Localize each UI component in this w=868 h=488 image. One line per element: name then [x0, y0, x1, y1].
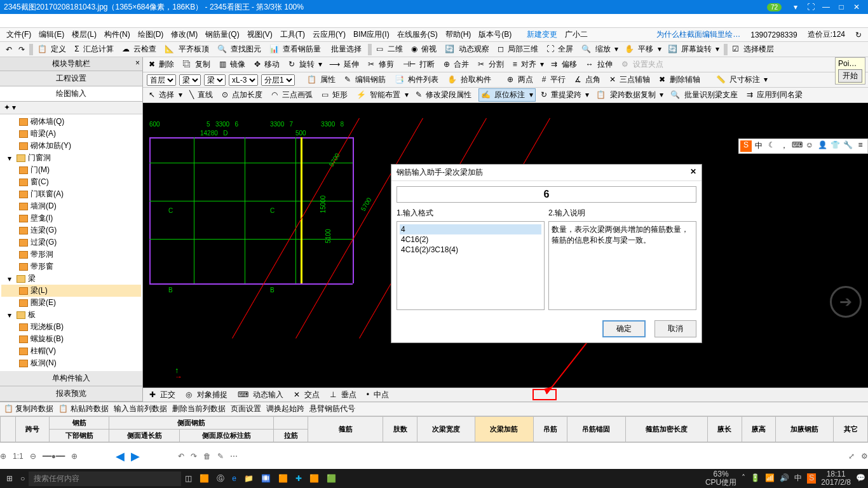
dyn-input-toggle[interactable]: ⌨ 动态输入: [235, 389, 288, 401]
menu-view[interactable]: 视图(V): [245, 28, 275, 41]
delete-btn[interactable]: ✖ 删除: [147, 58, 178, 71]
menu-version[interactable]: 版本号(B): [476, 28, 514, 41]
mod-seg-btn[interactable]: ✎ 修改梁段属性: [414, 89, 475, 101]
next-image-arrow[interactable]: ➔: [830, 286, 862, 318]
sel-cat[interactable]: 梁: [179, 74, 201, 86]
col-dense-len[interactable]: 箍筋加密长度: [625, 417, 707, 442]
apply-same-btn[interactable]: ⇉ 应用到同名梁: [745, 89, 806, 101]
edit-rebar-btn[interactable]: ✎ 编辑钢筋: [342, 74, 389, 86]
menu-bim[interactable]: BIM应用(I): [351, 28, 392, 41]
batch-sel-btn[interactable]: 批量选择: [327, 43, 365, 55]
col-hang-anchor[interactable]: 吊筋锚固: [567, 417, 625, 442]
delete-icon[interactable]: 🗑: [203, 452, 211, 461]
col-span[interactable]: 跨号: [16, 417, 50, 442]
app-icon[interactable]: 🟧: [196, 474, 213, 483]
format-option[interactable]: 4C16(2)/3C18(4): [400, 245, 541, 255]
component-tree[interactable]: 砌体墙(Q) 暗梁(A) 砌体加筋(Y) ▾门窗洞 门(M) 窗(C) 门联窗(…: [0, 114, 142, 371]
two-point-btn[interactable]: ⊕ 两点: [505, 74, 536, 86]
poi-start-btn[interactable]: 开始: [838, 69, 862, 83]
zoom-out-icon[interactable]: ⊖: [30, 452, 36, 461]
ime-menu-icon[interactable]: ≡: [855, 140, 866, 152]
span-copy-btn[interactable]: 📋 梁跨数据复制 ▾: [594, 89, 665, 101]
del-aux-btn[interactable]: ✖ 删除辅轴: [657, 74, 703, 86]
rotate-screen-btn[interactable]: 🔄 屏幕旋转 ▾: [666, 43, 722, 55]
menu-edit[interactable]: 编辑(E): [36, 28, 67, 41]
col-side-group[interactable]: 侧面钢筋: [109, 417, 274, 430]
col-sec-beam[interactable]: 次梁加筋: [475, 417, 533, 442]
settings-icon[interactable]: ⚙: [861, 452, 868, 461]
app-icon[interactable]: 📁: [240, 474, 257, 483]
point-angle-btn[interactable]: ∡ 点角: [573, 74, 604, 86]
smart-btn[interactable]: ⚡ 智能布置 ▾: [355, 89, 410, 101]
cancel-button[interactable]: 取消: [654, 320, 696, 337]
tree-cat-slab[interactable]: ▾板: [1, 309, 141, 321]
view-rebar-btn[interactable]: 📊 查看钢筋量: [268, 43, 325, 55]
align-btn[interactable]: ≡ 对齐 ▾: [511, 58, 546, 71]
line-btn[interactable]: ╲ 直线: [187, 89, 217, 101]
app-icon[interactable]: Ⓖ: [213, 473, 228, 484]
tree-cat-beam[interactable]: ▾梁: [1, 273, 141, 285]
refresh-icon[interactable]: ↻: [853, 29, 864, 41]
tray-battery-icon[interactable]: 🔋: [750, 474, 760, 482]
col-haunch-h[interactable]: 腋高: [742, 417, 775, 442]
pick-btn[interactable]: ✋ 拾取构件: [445, 74, 495, 86]
split-btn[interactable]: ✂ 分割: [476, 58, 507, 71]
ime-toolbar[interactable]: S 中 ☾ ， ⌨ ☺ 👤 👕 🔧 ≡: [738, 139, 868, 154]
redo-icon[interactable]: ↷: [17, 44, 27, 55]
parallel-btn[interactable]: # 平行: [540, 74, 569, 86]
ime-tool-icon[interactable]: 🔧: [842, 140, 853, 152]
sel-floor[interactable]: 首层: [147, 74, 176, 86]
col-other[interactable]: 其它: [834, 417, 868, 442]
menu-help[interactable]: 帮助(H): [443, 28, 474, 41]
new-change[interactable]: 新建变更: [524, 28, 560, 41]
sel-type[interactable]: 梁: [204, 74, 226, 86]
comp-list-btn[interactable]: 📑 构件列表: [393, 74, 442, 86]
copy-btn[interactable]: ⿻ 复制: [181, 58, 214, 71]
format-option[interactable]: 4C16(2): [400, 234, 541, 245]
cantilever-btn[interactable]: 悬臂钢筋代号: [309, 403, 355, 414]
nav-close-icon[interactable]: ×: [135, 58, 140, 67]
grip-btn[interactable]: ⚙ 设置夹点: [620, 58, 667, 71]
tray-up-icon[interactable]: ˄: [742, 474, 745, 482]
select-btn[interactable]: ↖ 选择 ▾: [147, 89, 184, 101]
del-col-btn[interactable]: 删除当前列数据: [172, 403, 226, 414]
more-icon[interactable]: ⋯: [230, 452, 238, 461]
col-haunch-rebar[interactable]: 加腋钢筋: [775, 417, 833, 442]
stretch-btn[interactable]: ↔ 拉伸: [584, 58, 616, 71]
ime-moon-icon[interactable]: ☾: [766, 140, 777, 152]
format-list[interactable]: 4 4C16(2) 4C16(2)/3C18(4): [397, 221, 545, 310]
rotate-btn[interactable]: ↻ 旋转 ▾: [287, 58, 324, 71]
clock-date[interactable]: 2017/2/8: [821, 478, 851, 487]
dialog-title-bar[interactable]: 钢筋输入助手-梁次梁加筋 ✕: [391, 165, 702, 181]
data-grid[interactable]: 跨号 钢筋 侧面钢筋 箍筋 肢数 次梁宽度 次梁加筋 吊筋 吊筋锚固 箍筋加密长…: [0, 416, 868, 442]
next-icon[interactable]: ▶: [131, 449, 140, 463]
menu-rebar[interactable]: 钢筋量(Q): [203, 28, 241, 41]
maximize-icon[interactable]: □: [834, 3, 849, 11]
sel-layer[interactable]: 分层1: [261, 74, 295, 86]
ime-user-icon[interactable]: 👤: [817, 140, 828, 152]
ime-skin-icon[interactable]: 👕: [829, 140, 841, 152]
col-bottom[interactable]: 下部钢筋: [50, 430, 109, 442]
rotate-l-icon[interactable]: ↶: [178, 452, 184, 461]
tab-draw-input[interactable]: 绘图输入: [0, 86, 142, 102]
ime-logo-icon[interactable]: S: [740, 140, 752, 152]
col-stirrup[interactable]: 箍筋: [308, 417, 383, 442]
prev-icon[interactable]: ◀: [116, 449, 125, 463]
menu-floor[interactable]: 楼层(L): [69, 28, 99, 41]
app-icon[interactable]: ✚: [292, 474, 306, 483]
repick-span-btn[interactable]: ↻ 重提梁跨 ▾: [539, 89, 592, 101]
define-btn[interactable]: 📋 定义: [36, 43, 70, 55]
taskbar-search[interactable]: 搜索任何内容: [29, 471, 181, 486]
tray-vol-icon[interactable]: 🔊: [780, 474, 789, 482]
app-icon[interactable]: 🟧: [275, 474, 292, 483]
start-button[interactable]: ⊞: [3, 474, 17, 483]
menu-cloud[interactable]: 云应用(Y): [310, 28, 348, 41]
ime-emoji-icon[interactable]: ☺: [804, 140, 815, 152]
extend-btn[interactable]: ⟶ 延伸: [327, 58, 363, 71]
fullscreen-btn[interactable]: ⛶ 全屏: [545, 43, 577, 55]
tree-cat-door[interactable]: ▾门窗洞: [1, 152, 141, 164]
input-col-btn[interactable]: 输入当前列数据: [114, 403, 167, 414]
fullscreen-icon[interactable]: ⛶: [803, 3, 818, 11]
zoom-11-icon[interactable]: 1:1: [13, 452, 24, 461]
point-len-btn[interactable]: ⊙ 点加长度: [220, 89, 266, 101]
